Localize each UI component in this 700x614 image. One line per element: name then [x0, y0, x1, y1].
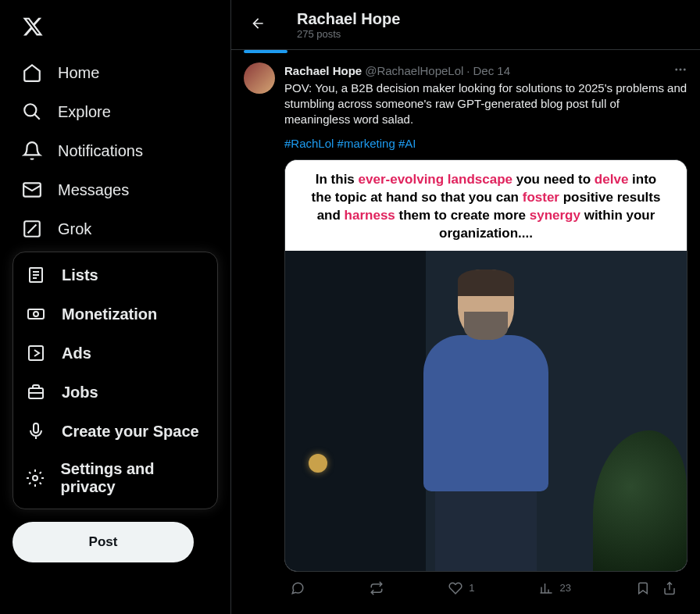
nav-grok[interactable]: Grok — [12, 209, 218, 248]
reply-icon — [291, 581, 305, 595]
back-button[interactable] — [244, 9, 272, 41]
nav-home[interactable]: Home — [12, 53, 218, 92]
list-icon — [26, 265, 46, 285]
ads-icon — [26, 343, 46, 363]
mail-icon — [22, 180, 42, 200]
hashtag-link[interactable]: #marketing — [338, 137, 395, 150]
gear-icon — [26, 468, 45, 488]
post-button[interactable]: Post — [12, 522, 194, 562]
money-icon — [26, 304, 46, 324]
hashtag-link[interactable]: #RachLol — [284, 137, 334, 150]
menu-label: Create your Space — [62, 423, 199, 441]
svg-point-11 — [680, 69, 682, 71]
main-column: Rachael Hope 275 posts Rachael Hope @Rac… — [231, 0, 700, 614]
menu-ads[interactable]: Ads — [13, 334, 217, 373]
ellipsis-icon — [673, 62, 688, 77]
arrow-left-icon — [250, 16, 266, 31]
menu-settings[interactable]: Settings and privacy — [13, 451, 217, 505]
view-count: 23 — [559, 582, 570, 594]
svg-rect-8 — [34, 423, 38, 433]
search-icon — [22, 102, 42, 122]
tweet-image[interactable]: In this ever-evolving landscape you need… — [284, 159, 688, 572]
svg-rect-4 — [28, 309, 44, 319]
bookmark-icon — [636, 581, 650, 595]
nav-label: Messages — [58, 181, 129, 199]
avatar[interactable] — [244, 62, 275, 94]
retweet-button[interactable] — [370, 581, 384, 595]
retweet-icon — [370, 581, 384, 595]
menu-label: Lists — [62, 266, 98, 284]
nav-label: Home — [58, 64, 99, 82]
views-button[interactable]: 23 — [539, 581, 570, 595]
menu-label: Ads — [62, 344, 91, 362]
sidebar: Home Explore Notifications Messages Grok… — [0, 0, 231, 614]
meme-photo — [285, 251, 687, 571]
tweet-hashtags: #RachLol #marketing #AI — [284, 137, 688, 150]
nav-label: Explore — [58, 103, 111, 121]
svg-rect-6 — [29, 346, 43, 360]
menu-label: Jobs — [62, 384, 98, 402]
svg-point-9 — [33, 476, 38, 480]
profile-name: Rachael Hope — [297, 10, 400, 28]
nav-notifications[interactable]: Notifications — [12, 131, 218, 170]
svg-point-12 — [684, 69, 686, 71]
tweet-date[interactable]: Dec 14 — [473, 64, 511, 77]
author-handle[interactable]: @RachaelHopeLol — [365, 64, 463, 77]
menu-jobs[interactable]: Jobs — [13, 373, 217, 412]
more-menu: Lists Monetization Ads Jobs Create your … — [12, 252, 218, 509]
reply-button[interactable] — [291, 581, 305, 595]
like-button[interactable]: 1 — [448, 581, 474, 595]
profile-post-count: 275 posts — [297, 28, 400, 40]
bookmark-button[interactable] — [636, 581, 650, 595]
svg-point-0 — [24, 104, 36, 116]
heart-icon — [448, 581, 462, 595]
tweet-header: Rachael Hope @RachaelHopeLol · Dec 14 — [284, 62, 688, 79]
logo[interactable] — [12, 6, 218, 53]
profile-header: Rachael Hope 275 posts — [231, 0, 700, 50]
menu-create-space[interactable]: Create your Space — [13, 412, 217, 451]
nav-label: Grok — [58, 220, 91, 238]
analytics-icon — [539, 581, 553, 595]
tweet-actions: 1 23 — [284, 572, 683, 595]
bell-icon — [22, 141, 42, 161]
tweet-more-button[interactable] — [673, 62, 688, 79]
separator: · — [466, 64, 470, 77]
profile-title-block: Rachael Hope 275 posts — [297, 10, 400, 40]
nav-messages[interactable]: Messages — [12, 170, 218, 209]
briefcase-icon — [26, 382, 46, 402]
menu-label: Settings and privacy — [61, 460, 205, 496]
tweet-text: POV: You, a B2B decision maker looking f… — [284, 80, 688, 127]
share-button[interactable] — [662, 581, 677, 595]
menu-monetization[interactable]: Monetization — [13, 295, 217, 334]
svg-point-5 — [34, 312, 38, 316]
x-logo-icon — [22, 16, 44, 37]
nav-label: Notifications — [58, 142, 143, 160]
menu-label: Monetization — [62, 305, 157, 323]
tweet: Rachael Hope @RachaelHopeLol · Dec 14 PO… — [231, 53, 700, 605]
share-icon — [662, 581, 677, 595]
like-count: 1 — [469, 582, 474, 594]
author-name[interactable]: Rachael Hope — [284, 64, 362, 77]
mic-icon — [26, 421, 46, 441]
svg-point-10 — [675, 69, 677, 71]
menu-lists[interactable]: Lists — [13, 255, 217, 295]
grok-icon — [22, 219, 42, 239]
home-icon — [22, 62, 42, 83]
nav-explore[interactable]: Explore — [12, 92, 218, 131]
meme-caption: In this ever-evolving landscape you need… — [285, 160, 687, 251]
hashtag-link[interactable]: #AI — [398, 137, 416, 150]
